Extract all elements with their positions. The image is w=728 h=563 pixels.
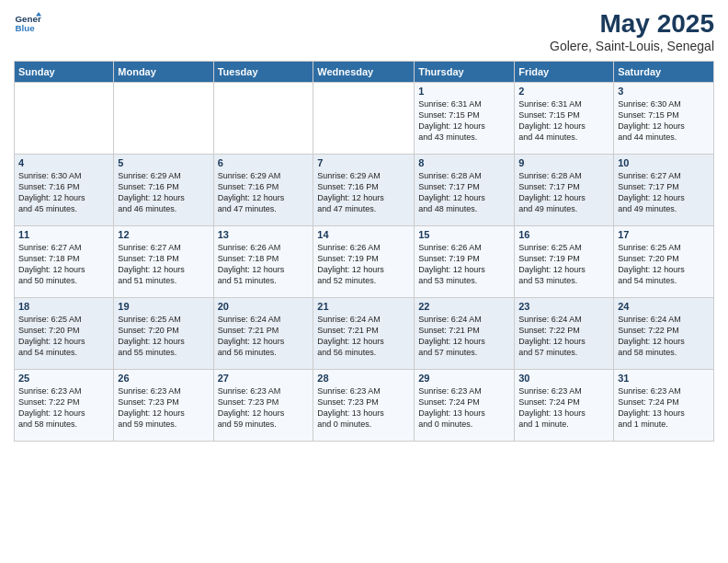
day-number: 2 [518, 86, 609, 97]
day-number: 11 [18, 229, 109, 240]
day-info: Sunrise: 6:25 AM Sunset: 7:20 PM Dayligh… [18, 314, 109, 359]
calendar-cell-w2-d2: 13Sunrise: 6:26 AM Sunset: 7:18 PM Dayli… [213, 226, 313, 298]
calendar-header: Sunday Monday Tuesday Wednesday Thursday… [15, 62, 714, 83]
day-number: 23 [518, 301, 609, 312]
day-number: 25 [18, 373, 109, 384]
calendar-cell-w0-d5: 2Sunrise: 6:31 AM Sunset: 7:15 PM Daylig… [515, 83, 614, 155]
day-number: 26 [118, 373, 209, 384]
day-number: 6 [218, 157, 310, 168]
weekday-sunday: Sunday [15, 62, 114, 83]
calendar-cell-w0-d2 [213, 83, 313, 155]
day-number: 15 [418, 229, 510, 240]
calendar-table: Sunday Monday Tuesday Wednesday Thursday… [14, 61, 714, 442]
title-block: May 2025 Golere, Saint-Louis, Senegal [550, 9, 714, 53]
calendar-cell-w1-d0: 4Sunrise: 6:30 AM Sunset: 7:16 PM Daylig… [15, 155, 114, 226]
day-number: 3 [618, 86, 710, 97]
day-number: 29 [418, 373, 510, 384]
day-number: 7 [317, 157, 410, 168]
calendar-cell-w2-d5: 16Sunrise: 6:25 AM Sunset: 7:19 PM Dayli… [515, 226, 614, 298]
day-number: 21 [317, 301, 410, 312]
calendar-week-1: 4Sunrise: 6:30 AM Sunset: 7:16 PM Daylig… [15, 155, 714, 226]
calendar-cell-w0-d3 [313, 83, 415, 155]
day-info: Sunrise: 6:27 AM Sunset: 7:18 PM Dayligh… [18, 242, 109, 287]
day-info: Sunrise: 6:23 AM Sunset: 7:24 PM Dayligh… [418, 385, 510, 431]
day-info: Sunrise: 6:30 AM Sunset: 7:15 PM Dayligh… [618, 98, 710, 144]
day-info: Sunrise: 6:29 AM Sunset: 7:16 PM Dayligh… [218, 170, 310, 215]
day-number: 27 [218, 373, 310, 384]
day-info: Sunrise: 6:24 AM Sunset: 7:22 PM Dayligh… [618, 314, 710, 359]
day-info: Sunrise: 6:24 AM Sunset: 7:22 PM Dayligh… [518, 314, 609, 359]
day-info: Sunrise: 6:25 AM Sunset: 7:20 PM Dayligh… [618, 242, 710, 287]
weekday-row: Sunday Monday Tuesday Wednesday Thursday… [15, 62, 714, 83]
calendar-cell-w1-d1: 5Sunrise: 6:29 AM Sunset: 7:16 PM Daylig… [114, 155, 213, 226]
day-info: Sunrise: 6:26 AM Sunset: 7:19 PM Dayligh… [317, 242, 410, 287]
calendar-cell-w2-d4: 15Sunrise: 6:26 AM Sunset: 7:19 PM Dayli… [415, 226, 515, 298]
day-number: 8 [418, 157, 510, 168]
day-info: Sunrise: 6:27 AM Sunset: 7:18 PM Dayligh… [118, 242, 209, 287]
calendar-cell-w2-d0: 11Sunrise: 6:27 AM Sunset: 7:18 PM Dayli… [15, 226, 114, 298]
weekday-saturday: Saturday [614, 62, 714, 83]
day-number: 31 [618, 373, 710, 384]
day-info: Sunrise: 6:23 AM Sunset: 7:23 PM Dayligh… [317, 385, 410, 431]
day-info: Sunrise: 6:23 AM Sunset: 7:24 PM Dayligh… [518, 385, 609, 431]
day-info: Sunrise: 6:29 AM Sunset: 7:16 PM Dayligh… [118, 170, 209, 215]
day-info: Sunrise: 6:24 AM Sunset: 7:21 PM Dayligh… [317, 314, 410, 359]
day-info: Sunrise: 6:25 AM Sunset: 7:20 PM Dayligh… [118, 314, 209, 359]
calendar-cell-w0-d6: 3Sunrise: 6:30 AM Sunset: 7:15 PM Daylig… [614, 83, 714, 155]
calendar-cell-w1-d6: 10Sunrise: 6:27 AM Sunset: 7:17 PM Dayli… [614, 155, 714, 226]
day-info: Sunrise: 6:24 AM Sunset: 7:21 PM Dayligh… [418, 314, 510, 359]
calendar-cell-w3-d4: 22Sunrise: 6:24 AM Sunset: 7:21 PM Dayli… [415, 298, 515, 370]
day-number: 24 [618, 301, 710, 312]
day-number: 4 [18, 157, 109, 168]
weekday-tuesday: Tuesday [213, 62, 313, 83]
day-number: 5 [118, 157, 209, 168]
calendar-cell-w0-d0 [15, 83, 114, 155]
calendar-cell-w1-d4: 8Sunrise: 6:28 AM Sunset: 7:17 PM Daylig… [415, 155, 515, 226]
calendar-cell-w3-d2: 20Sunrise: 6:24 AM Sunset: 7:21 PM Dayli… [213, 298, 313, 370]
day-info: Sunrise: 6:30 AM Sunset: 7:16 PM Dayligh… [18, 170, 109, 215]
svg-text:Blue: Blue [16, 23, 36, 33]
day-info: Sunrise: 6:29 AM Sunset: 7:16 PM Dayligh… [317, 170, 410, 215]
day-number: 16 [518, 229, 609, 240]
calendar-cell-w0-d1 [114, 83, 213, 155]
day-number: 20 [218, 301, 310, 312]
day-number: 19 [118, 301, 209, 312]
weekday-wednesday: Wednesday [313, 62, 415, 83]
subtitle: Golere, Saint-Louis, Senegal [550, 39, 714, 53]
day-number: 18 [18, 301, 109, 312]
day-info: Sunrise: 6:23 AM Sunset: 7:23 PM Dayligh… [118, 385, 209, 431]
day-number: 1 [418, 86, 510, 97]
day-number: 9 [518, 157, 609, 168]
calendar-week-2: 11Sunrise: 6:27 AM Sunset: 7:18 PM Dayli… [15, 226, 714, 298]
day-number: 28 [317, 373, 410, 384]
day-number: 17 [618, 229, 710, 240]
calendar-cell-w4-d1: 26Sunrise: 6:23 AM Sunset: 7:23 PM Dayli… [114, 370, 213, 442]
calendar-week-4: 25Sunrise: 6:23 AM Sunset: 7:22 PM Dayli… [15, 370, 714, 442]
day-info: Sunrise: 6:26 AM Sunset: 7:19 PM Dayligh… [418, 242, 510, 287]
main-title: May 2025 [550, 9, 714, 39]
calendar-cell-w2-d1: 12Sunrise: 6:27 AM Sunset: 7:18 PM Dayli… [114, 226, 213, 298]
day-number: 30 [518, 373, 609, 384]
day-info: Sunrise: 6:28 AM Sunset: 7:17 PM Dayligh… [418, 170, 510, 215]
calendar-body: 1Sunrise: 6:31 AM Sunset: 7:15 PM Daylig… [15, 83, 714, 442]
calendar-cell-w2-d6: 17Sunrise: 6:25 AM Sunset: 7:20 PM Dayli… [614, 226, 714, 298]
day-info: Sunrise: 6:23 AM Sunset: 7:23 PM Dayligh… [218, 385, 310, 431]
header: General Blue May 2025 Golere, Saint-Loui… [14, 9, 714, 53]
calendar-cell-w1-d3: 7Sunrise: 6:29 AM Sunset: 7:16 PM Daylig… [313, 155, 415, 226]
calendar-cell-w4-d6: 31Sunrise: 6:23 AM Sunset: 7:24 PM Dayli… [614, 370, 714, 442]
day-info: Sunrise: 6:26 AM Sunset: 7:18 PM Dayligh… [218, 242, 310, 287]
page: General Blue May 2025 Golere, Saint-Loui… [0, 0, 728, 563]
calendar-cell-w3-d5: 23Sunrise: 6:24 AM Sunset: 7:22 PM Dayli… [515, 298, 614, 370]
day-info: Sunrise: 6:27 AM Sunset: 7:17 PM Dayligh… [618, 170, 710, 215]
day-number: 22 [418, 301, 510, 312]
calendar-cell-w3-d0: 18Sunrise: 6:25 AM Sunset: 7:20 PM Dayli… [15, 298, 114, 370]
logo: General Blue [14, 9, 41, 37]
calendar-cell-w0-d4: 1Sunrise: 6:31 AM Sunset: 7:15 PM Daylig… [415, 83, 515, 155]
calendar-cell-w3-d1: 19Sunrise: 6:25 AM Sunset: 7:20 PM Dayli… [114, 298, 213, 370]
calendar-cell-w4-d0: 25Sunrise: 6:23 AM Sunset: 7:22 PM Dayli… [15, 370, 114, 442]
calendar-week-0: 1Sunrise: 6:31 AM Sunset: 7:15 PM Daylig… [15, 83, 714, 155]
calendar-cell-w2-d3: 14Sunrise: 6:26 AM Sunset: 7:19 PM Dayli… [313, 226, 415, 298]
calendar-cell-w3-d6: 24Sunrise: 6:24 AM Sunset: 7:22 PM Dayli… [614, 298, 714, 370]
weekday-thursday: Thursday [415, 62, 515, 83]
day-info: Sunrise: 6:23 AM Sunset: 7:24 PM Dayligh… [618, 385, 710, 431]
